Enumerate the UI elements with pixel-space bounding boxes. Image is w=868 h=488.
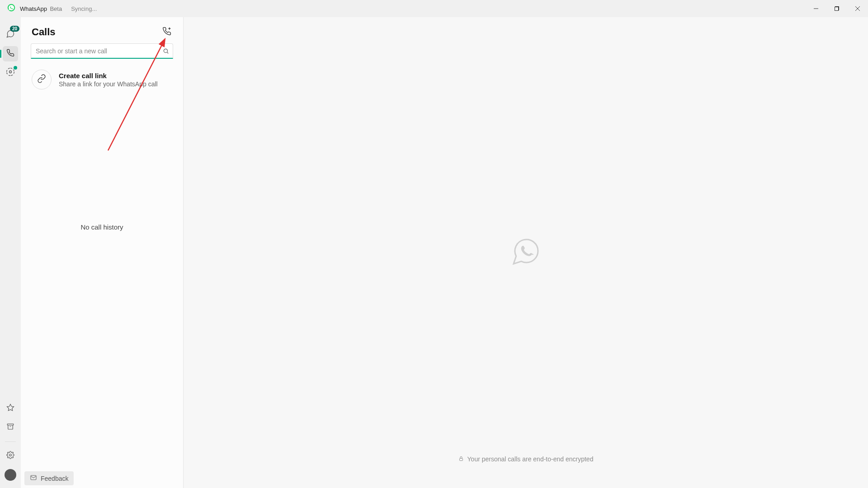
svg-rect-3 xyxy=(835,7,839,11)
avatar xyxy=(5,469,16,481)
nav-settings[interactable] xyxy=(3,448,18,464)
calls-panel: Calls Create call link xyxy=(21,17,184,488)
minimize-button[interactable] xyxy=(806,0,826,17)
search-box[interactable] xyxy=(31,43,173,59)
feedback-button[interactable]: Feedback xyxy=(24,471,74,485)
maximize-button[interactable] xyxy=(826,0,847,17)
search-input[interactable] xyxy=(31,47,159,55)
encryption-text: Your personal calls are end-to-end encry… xyxy=(467,455,594,463)
svg-rect-15 xyxy=(459,459,462,461)
svg-point-6 xyxy=(9,71,12,73)
search-icon xyxy=(159,48,173,54)
nav-chats[interactable]: 20 xyxy=(3,27,18,42)
whatsapp-icon xyxy=(7,4,15,14)
close-button[interactable] xyxy=(847,0,868,17)
nav-divider xyxy=(5,441,16,442)
nav-profile[interactable] xyxy=(3,467,18,483)
archive-icon xyxy=(6,422,14,432)
nav-rail: 20 xyxy=(0,17,21,488)
panel-title: Calls xyxy=(32,26,56,38)
nav-starred[interactable] xyxy=(3,401,18,416)
svg-point-9 xyxy=(9,454,12,456)
window-controls xyxy=(806,0,868,17)
status-indicator-dot xyxy=(14,66,17,70)
phone-plus-icon xyxy=(162,27,171,38)
svg-rect-8 xyxy=(7,424,14,425)
svg-marker-7 xyxy=(7,404,14,411)
create-link-sub: Share a link for your WhatsApp call xyxy=(59,80,158,88)
nav-calls[interactable] xyxy=(3,46,18,61)
nav-archived[interactable] xyxy=(3,420,18,435)
link-icon xyxy=(37,74,46,85)
titlebar-left: WhatsApp Beta Syncing... xyxy=(7,4,97,14)
main-area: Your personal calls are end-to-end encry… xyxy=(184,17,868,488)
new-call-button[interactable] xyxy=(161,27,172,38)
svg-line-13 xyxy=(167,52,169,53)
whatsapp-large-icon xyxy=(509,235,542,270)
chats-badge: 20 xyxy=(10,26,19,32)
titlebar: WhatsApp Beta Syncing... xyxy=(0,0,868,17)
gear-icon xyxy=(6,451,14,461)
app-name: WhatsApp Beta xyxy=(20,5,62,13)
lock-icon xyxy=(458,455,464,463)
svg-point-12 xyxy=(164,49,167,52)
sync-status: Syncing... xyxy=(71,5,97,12)
create-link-title: Create call link xyxy=(59,72,158,80)
nav-status[interactable] xyxy=(3,65,18,80)
phone-icon xyxy=(6,49,14,59)
encryption-notice: Your personal calls are end-to-end encry… xyxy=(458,455,594,463)
link-icon-circle xyxy=(32,70,52,89)
feedback-label: Feedback xyxy=(41,475,68,482)
svg-rect-14 xyxy=(31,475,36,479)
star-icon xyxy=(6,404,14,413)
mail-icon xyxy=(30,474,37,483)
no-call-history: No call history xyxy=(21,223,183,231)
create-call-link[interactable]: Create call link Share a link for your W… xyxy=(21,62,183,97)
